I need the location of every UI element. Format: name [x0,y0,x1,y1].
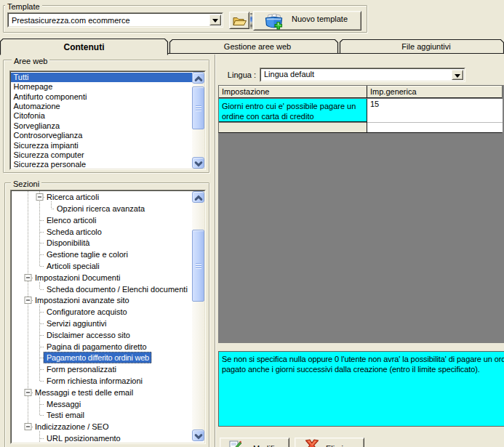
svg-text:Pagina di pagamento diretto: Pagina di pagamento diretto [47,342,147,351]
svg-text:Form richiesta informazioni: Form richiesta informazioni [47,376,143,385]
svg-text:Testi email: Testi email [47,411,84,419]
svg-text:Elenco articoli: Elenco articoli [47,216,96,225]
svg-text:Opzioni ricerca avanzata: Opzioni ricerca avanzata [57,204,145,213]
svg-text:Scheda articolo: Scheda articolo [47,227,102,236]
svg-text:Gestione taglie e colori: Gestione taglie e colori [47,250,128,259]
svg-text:Impostazioni avanzate sito: Impostazioni avanzate sito [35,296,129,305]
svg-text:Configuratore acquisto: Configuratore acquisto [47,307,127,316]
svg-text:URL posizionamento: URL posizionamento [47,434,121,443]
svg-text:Servizi aggiuntivi: Servizi aggiuntivi [47,319,107,328]
svg-text:Impostazioni Documenti: Impostazioni Documenti [35,273,120,282]
svg-text:Pagamento differito ordini web: Pagamento differito ordini web [47,353,149,362]
svg-text:Indicizzazione / SEO: Indicizzazione / SEO [35,422,109,431]
svg-text:Scheda documento / Elenchi doc: Scheda documento / Elenchi documenti [47,285,188,294]
svg-text:Form personalizzati: Form personalizzati [47,365,116,374]
svg-text:Messaggi e testi delle email: Messaggi e testi delle email [35,388,133,397]
svg-text:Disclaimer accesso sito: Disclaimer accesso sito [47,331,130,339]
svg-text:Ricerca articoli: Ricerca articoli [47,193,99,201]
svg-text:Disponibilità: Disponibilità [47,238,90,247]
svg-text:Articoli speciali: Articoli speciali [47,262,100,270]
svg-text:Messaggi: Messaggi [47,400,81,408]
